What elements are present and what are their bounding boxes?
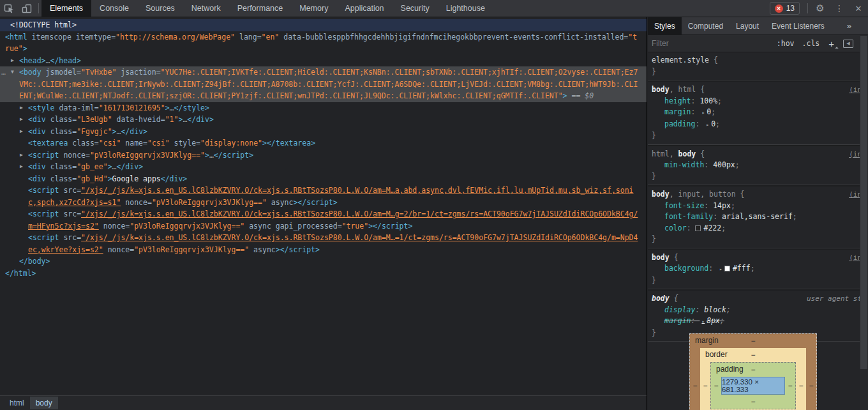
rule-selector[interactable]: body <box>652 85 670 94</box>
settings-gear-icon[interactable]: ⚙ <box>811 0 830 17</box>
css-property-name[interactable]: color <box>664 224 687 232</box>
expand-arrow-icon[interactable]: ▶ <box>20 114 23 126</box>
css-declaration[interactable]: padding: ▸0; <box>652 119 855 131</box>
tab-console[interactable]: Console <box>91 0 137 17</box>
dom-row[interactable]: …▼<body jsmodel="TvHxbe" jsaction="YUC7H… <box>0 66 647 102</box>
dom-row[interactable]: ▶<div class="gb_ee">…</div> <box>0 161 647 173</box>
margin-right-value[interactable]: − <box>806 348 816 410</box>
scrollbar-thumb[interactable] <box>860 36 867 369</box>
css-declaration[interactable]: background: ▸#fff; <box>652 263 855 275</box>
rule-selector[interactable]: body <box>678 149 696 158</box>
dom-row[interactable]: <script src="/xjs/_/js/k=xjs.s.en_US.lC8… <box>0 232 647 255</box>
breadcrumb-item-body[interactable]: body <box>30 397 58 409</box>
css-declaration[interactable]: margin: ▸0; <box>652 107 855 119</box>
css-declaration[interactable]: font-family: arial,sans-serif; <box>652 211 855 223</box>
tab-application[interactable]: Application <box>336 0 392 17</box>
box-model-content[interactable]: 1279.330 × 681.333 <box>721 377 785 395</box>
class-toggle[interactable]: .cls <box>802 39 820 48</box>
css-declaration[interactable]: height: 100%; <box>652 96 855 107</box>
dom-row[interactable]: ▶<div class="L3eUgb" data-hveid="1">…</d… <box>0 114 647 126</box>
css-property-value[interactable]: arial,sans-serif <box>722 212 793 221</box>
dom-row[interactable]: ▶<script nonce="pV3loReIggqrvjx3VJKlyg==… <box>0 149 647 162</box>
row-more-icon[interactable]: … <box>1 66 6 79</box>
css-property-name[interactable]: margin <box>664 316 691 325</box>
tab-performance[interactable]: Performance <box>229 0 292 17</box>
styles-filter-input[interactable] <box>652 39 769 48</box>
css-property-name[interactable]: display <box>664 305 695 314</box>
css-property-name[interactable]: font-family <box>664 212 713 221</box>
css-declaration[interactable]: min-width: 400px; <box>652 160 855 171</box>
dom-row[interactable]: <html itemscope itemtype="http://schema.… <box>0 31 647 55</box>
css-property-name[interactable]: padding <box>664 119 695 128</box>
error-badge[interactable]: ✕ 13 <box>770 2 800 15</box>
tab-security[interactable]: Security <box>393 0 438 17</box>
css-property-name[interactable]: min-width <box>664 160 704 169</box>
expand-arrow-icon[interactable]: ▶ <box>20 102 23 114</box>
color-swatch[interactable] <box>724 266 730 271</box>
expand-arrow-icon[interactable]: ▶ <box>20 161 23 173</box>
rule-selector[interactable]: body <box>652 253 670 262</box>
tab-memory[interactable]: Memory <box>291 0 336 17</box>
box-model-margin[interactable]: margin − − border − − <box>689 333 817 410</box>
box-model-border[interactable]: border − − padding − − <box>700 348 806 410</box>
css-property-name[interactable]: font-size <box>664 201 704 210</box>
styles-scrollbar[interactable] <box>860 35 868 410</box>
new-style-rule-button[interactable]: + <box>828 38 834 49</box>
close-devtools-icon[interactable]: ✕ <box>849 0 868 17</box>
shorthand-expand-icon[interactable]: ▸ <box>701 110 705 116</box>
padding-left-value[interactable]: − <box>711 377 721 395</box>
css-declaration[interactable]: display: block; <box>652 305 855 316</box>
sidebar-tab-computed[interactable]: Computed <box>682 17 730 35</box>
border-left-value[interactable]: − <box>700 362 710 409</box>
css-property-value[interactable]: 400px <box>713 160 735 169</box>
css-property-value[interactable]: 14px <box>713 201 731 210</box>
shorthand-expand-icon[interactable]: ▸ <box>706 122 709 128</box>
rule-selector[interactable]: body <box>652 294 670 303</box>
dom-row[interactable]: <div class="gb_Hd">Google apps</div> <box>0 173 647 185</box>
dom-row[interactable]: <script src="/xjs/_/js/k=xjs.s.en_US.lC8… <box>0 185 647 208</box>
tab-network[interactable]: Network <box>183 0 229 17</box>
rule-selector[interactable]: html <box>652 149 670 158</box>
margin-top-value[interactable]: − <box>751 337 755 345</box>
padding-right-value[interactable]: − <box>785 377 795 395</box>
css-property-value[interactable]: #fff <box>733 264 751 273</box>
border-right-value[interactable]: − <box>796 362 806 409</box>
rule-selector[interactable]: html <box>678 85 696 94</box>
pseudo-state-toggle[interactable]: :hov <box>777 39 795 48</box>
dom-row[interactable]: <textarea class="csi" name="csi" style="… <box>0 137 647 149</box>
sidebar-tab-styles[interactable]: Styles <box>648 17 682 35</box>
color-swatch[interactable] <box>695 225 701 231</box>
rule-selector[interactable]: body <box>652 190 670 199</box>
css-property-value[interactable]: block <box>704 305 726 314</box>
expand-arrow-icon[interactable]: ▶ <box>20 149 23 162</box>
more-options-icon[interactable]: ⋮ <box>830 0 849 17</box>
device-toolbar-icon[interactable] <box>18 0 36 17</box>
dom-row[interactable]: </html> <box>0 268 647 280</box>
rule-selector[interactable]: button <box>709 190 736 199</box>
css-property-name[interactable]: margin <box>664 107 691 116</box>
sidebar-tabs-overflow-icon[interactable]: » <box>841 17 858 35</box>
css-declaration[interactable]: color: #222; <box>652 223 855 234</box>
sidebar-tab-layout[interactable]: Layout <box>730 17 765 35</box>
css-property-value[interactable]: 8px <box>707 316 720 325</box>
css-property-name[interactable]: background <box>664 264 708 273</box>
shorthand-expand-icon[interactable]: ▸ <box>701 319 705 324</box>
margin-left-value[interactable]: − <box>690 348 700 410</box>
expand-arrow-icon[interactable]: ▶ <box>20 126 23 138</box>
dom-row[interactable]: <!DOCTYPE html> <box>0 19 647 31</box>
sidebar-tab-event-listeners[interactable]: Event Listeners <box>765 17 831 35</box>
padding-bottom-value[interactable]: − <box>751 397 755 406</box>
css-property-value[interactable]: 100% <box>700 96 717 105</box>
padding-top-value[interactable]: − <box>751 365 755 374</box>
tab-lighthouse[interactable]: Lighthouse <box>438 0 493 17</box>
rule-selector[interactable]: input <box>678 190 701 199</box>
css-property-value[interactable]: #222 <box>703 224 721 232</box>
dom-row[interactable]: ▶<div class="Fgvgjc">…</div> <box>0 126 647 138</box>
css-property-name[interactable]: height <box>664 96 691 105</box>
dom-row[interactable]: <script src="/xjs/_/js/k=xjs.s.en_US.lC8… <box>0 208 647 232</box>
box-model-padding[interactable]: padding − − 1279.330 × 681.333 − − <box>710 362 796 409</box>
dom-row[interactable]: </body> <box>0 255 647 268</box>
border-top-value[interactable]: − <box>751 351 755 360</box>
collapse-arrow-icon[interactable]: ▼ <box>11 66 14 79</box>
element-style-selector[interactable]: element.style <box>652 56 709 65</box>
